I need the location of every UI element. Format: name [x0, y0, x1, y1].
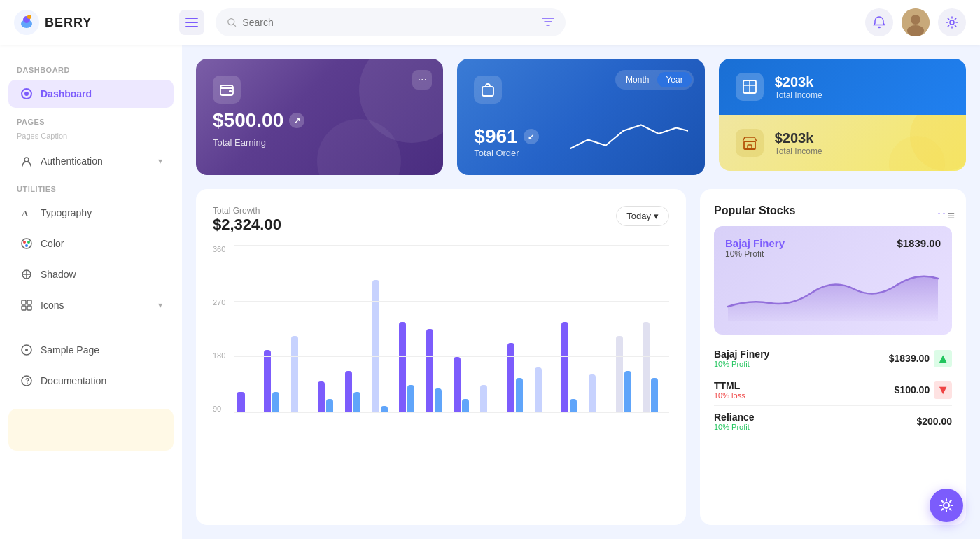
svg-point-33 — [25, 349, 28, 351]
sidebar-item-icons[interactable]: Icons ▾ — [8, 291, 174, 319]
chart-amount: $2,324.00 — [213, 216, 281, 234]
logo-area: BERRY — [14, 10, 168, 35]
bottom-row: Total Growth $2,324.00 ≡ Today ▾ 360 — [196, 189, 966, 525]
bar-group-1 — [237, 392, 260, 413]
shadow-icon — [20, 267, 34, 281]
bar — [535, 368, 542, 413]
bar — [426, 329, 433, 413]
shadow-item-label: Shadow — [41, 269, 76, 280]
bar — [454, 357, 461, 413]
stock-price-bajaj: $1839.00 — [889, 353, 930, 364]
ttml-trend-icon: ▼ — [934, 382, 952, 399]
order-card-label: Total Order — [474, 148, 538, 158]
bar — [264, 350, 271, 413]
svg-rect-37 — [229, 90, 232, 92]
stock-loss-ttml: 10% loss — [714, 391, 746, 400]
dashboard-section-label: Dashboard — [8, 59, 174, 77]
svg-point-23 — [27, 241, 30, 244]
sidebar-item-authentication[interactable]: Authentication ▾ — [8, 147, 174, 175]
order-card-amount: $961 ↙ — [474, 125, 538, 148]
bar-group-14 — [589, 374, 612, 413]
svg-rect-5 — [186, 22, 198, 23]
settings-button[interactable] — [938, 8, 966, 36]
icons-item-label: Icons — [41, 300, 64, 311]
typography-icon: A — [20, 206, 34, 220]
featured-stock-card: Bajaj Finery $1839.00 10% Profit — [714, 226, 952, 335]
user-avatar[interactable] — [902, 8, 930, 36]
stock-price-ttml: $100.00 — [895, 384, 930, 396]
stocks-header: Popular Stocks ... — [714, 203, 952, 218]
stock-name-bajaj: Bajaj Finery — [714, 349, 769, 360]
bell-icon — [872, 15, 886, 29]
sample-page-icon — [20, 343, 34, 357]
stock-price-reliance: $200.00 — [916, 416, 952, 427]
fab-settings-button[interactable] — [930, 489, 963, 522]
bar — [318, 382, 325, 413]
bar-group-13 — [561, 322, 585, 413]
svg-rect-36 — [220, 85, 233, 95]
sidebar-bottom-card — [8, 409, 174, 451]
bar — [507, 343, 514, 413]
month-year-toggle: Month Year — [615, 70, 694, 90]
month-toggle-btn[interactable]: Month — [617, 72, 657, 88]
bar — [381, 406, 388, 413]
income-bottom-icon-box — [736, 129, 764, 157]
search-icon — [227, 17, 237, 28]
bar — [399, 322, 406, 413]
earning-card-menu-button[interactable]: ··· — [412, 70, 432, 90]
stock-item-bajaj: Bajaj Finery 10% Profit $1839.00 ▲ — [714, 343, 952, 374]
stock-name-reliance: Reliance — [714, 412, 755, 423]
bar-group-2 — [264, 350, 288, 413]
svg-point-18 — [24, 92, 29, 96]
store-icon — [742, 135, 757, 150]
bar — [516, 378, 523, 413]
chart-header: Total Growth $2,324.00 ≡ Today ▾ — [213, 206, 669, 234]
svg-text:?: ? — [25, 377, 29, 385]
hamburger-icon — [186, 18, 198, 27]
sidebar-item-color[interactable]: Color — [8, 230, 174, 258]
year-toggle-btn[interactable]: Year — [657, 72, 691, 88]
today-button[interactable]: Today ▾ — [616, 206, 669, 226]
bar-group-6 — [372, 280, 396, 413]
chart-menu-button[interactable]: ≡ — [947, 209, 955, 223]
bars-container — [234, 245, 669, 413]
bar — [616, 336, 623, 413]
income-top-amount: $203k — [775, 74, 822, 90]
wallet-icon — [219, 82, 234, 97]
menu-button[interactable] — [179, 10, 204, 35]
sidebar-item-sample-page[interactable]: Sample Page — [8, 336, 174, 364]
bar — [589, 374, 596, 413]
income-top-label: Total Income — [775, 90, 822, 100]
search-input[interactable] — [242, 17, 536, 28]
bar-group-9 — [454, 357, 477, 413]
svg-rect-31 — [27, 306, 31, 310]
sidebar-item-shadow[interactable]: Shadow — [8, 260, 174, 288]
sidebar: Dashboard Dashboard Pages Pages Caption … — [0, 45, 182, 539]
bar-group-4 — [318, 382, 342, 413]
bar-group-16 — [643, 322, 666, 413]
bar — [326, 399, 333, 413]
bar-group-11 — [507, 343, 531, 413]
svg-rect-6 — [186, 26, 198, 27]
stocks-title: Popular Stocks — [714, 204, 795, 217]
bar — [624, 371, 631, 413]
sidebar-item-documentation[interactable]: ? Documentation — [8, 367, 174, 395]
header-right — [865, 8, 966, 36]
dropdown-chevron-icon: ▾ — [654, 211, 659, 221]
app-logo-icon — [14, 10, 39, 35]
bar-group-7 — [399, 322, 423, 413]
featured-stock-profit: 10% Profit — [725, 249, 941, 259]
sidebar-item-dashboard[interactable]: Dashboard — [8, 80, 174, 108]
filter-button[interactable] — [542, 16, 554, 29]
sidebar-item-typography[interactable]: A Typography — [8, 199, 174, 227]
earning-card: ··· $500.00 ↗ Total Earning — [196, 59, 443, 175]
svg-rect-4 — [186, 18, 198, 19]
color-icon — [20, 237, 34, 251]
icons-icon — [20, 298, 34, 312]
bar — [372, 280, 379, 413]
stock-item-ttml: TTML 10% loss $100.00 ▼ — [714, 374, 952, 406]
notifications-button[interactable] — [865, 8, 893, 36]
documentation-item-label: Documentation — [41, 375, 106, 386]
bar — [643, 322, 650, 413]
bar-group-10 — [480, 385, 504, 413]
